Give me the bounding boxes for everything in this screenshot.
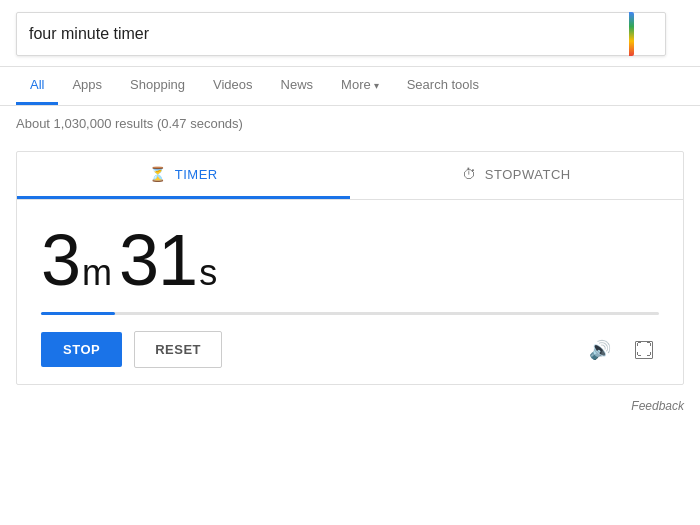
stopwatch-tab-label: STOPWATCH xyxy=(485,167,571,182)
timer-seconds-unit: s xyxy=(199,252,216,293)
results-count: About 1,030,000 results (0.47 seconds) xyxy=(0,106,700,141)
tab-timer[interactable]: ⏳ TIMER xyxy=(17,152,350,199)
timer-controls: STOP RESET 🔊 ⛶ xyxy=(17,315,683,384)
nav-tabs: All Apps Shopping Videos News More Searc… xyxy=(0,67,700,106)
search-bar-area: four minute timer xyxy=(0,0,700,67)
timer-minutes-unit: m xyxy=(82,252,111,293)
search-row: four minute timer xyxy=(16,12,684,66)
search-input-wrapper: four minute timer xyxy=(16,12,666,56)
reset-button[interactable]: RESET xyxy=(134,331,222,368)
chevron-down-icon xyxy=(374,77,379,92)
results-count-text: About 1,030,000 results (0.47 seconds) xyxy=(16,116,243,131)
fullscreen-icon: ⛶ xyxy=(635,341,653,359)
timer-card: ⏳ TIMER ⏱ STOPWATCH 3m31s STOP RESET 🔊 ⛶ xyxy=(16,151,684,385)
timer-minutes: 3 xyxy=(41,220,80,300)
tab-search-tools[interactable]: Search tools xyxy=(393,67,493,105)
timer-tabs: ⏳ TIMER ⏱ STOPWATCH xyxy=(17,152,683,200)
hourglass-icon: ⏳ xyxy=(149,166,167,182)
sound-button[interactable]: 🔊 xyxy=(583,333,617,367)
tab-videos[interactable]: Videos xyxy=(199,67,267,105)
tab-stopwatch[interactable]: ⏱ STOPWATCH xyxy=(350,152,683,199)
tab-shopping[interactable]: Shopping xyxy=(116,67,199,105)
timer-seconds: 31 xyxy=(119,220,197,300)
timer-display: 3m31s xyxy=(17,200,683,312)
sound-icon: 🔊 xyxy=(589,339,611,361)
tab-apps[interactable]: Apps xyxy=(58,67,116,105)
stop-button[interactable]: STOP xyxy=(41,332,122,367)
search-accent-bar xyxy=(629,12,634,56)
tab-more-label: More xyxy=(341,77,371,92)
feedback-row: Feedback xyxy=(0,395,700,421)
stopwatch-icon: ⏱ xyxy=(462,166,477,182)
fullscreen-button[interactable]: ⛶ xyxy=(629,335,659,365)
tab-more[interactable]: More xyxy=(327,67,393,105)
tab-news[interactable]: News xyxy=(267,67,328,105)
timer-tab-label: TIMER xyxy=(175,167,218,182)
search-input[interactable]: four minute timer xyxy=(29,25,653,43)
timer-time: 3m31s xyxy=(41,224,659,296)
feedback-label[interactable]: Feedback xyxy=(631,399,684,413)
tab-all[interactable]: All xyxy=(16,67,58,105)
